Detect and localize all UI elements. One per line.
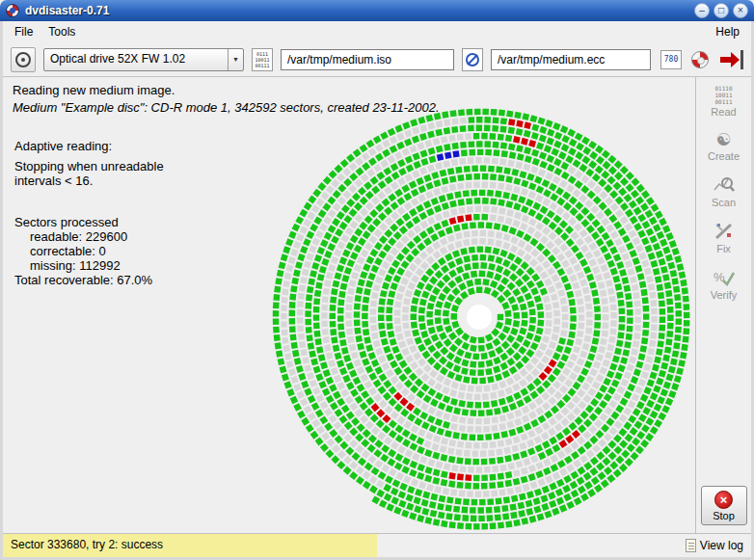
sectors-correctable: correctable: 0: [14, 244, 164, 258]
create-button-label: Create: [708, 150, 740, 162]
status-message: Sector 333680, try 2: success: [3, 534, 377, 557]
quit-door: [741, 50, 743, 69]
read-binary-icon: 01110 10011 00111: [714, 85, 732, 105]
preferences-icon[interactable]: 780: [660, 50, 682, 69]
stop-button-label: Stop: [713, 510, 735, 521]
close-button[interactable]: ×: [733, 3, 748, 18]
iso-path-input[interactable]: [281, 49, 454, 70]
minimize-button[interactable]: –: [694, 3, 710, 18]
sector-spiral-canvas: [262, 100, 695, 533]
window-frame: File Tools Help Optical drive 52X FW 1.0…: [0, 21, 754, 560]
scan-button-label: Scan: [712, 197, 736, 208]
total-recoverable: Total recoverable: 67.0%: [14, 273, 164, 287]
fix-button[interactable]: Fix: [699, 221, 749, 254]
quit-arrow-shaft: [720, 57, 731, 63]
app-icon: [6, 4, 19, 17]
reading-mode-title: Adaptive reading:: [14, 139, 164, 153]
menu-file[interactable]: File: [7, 22, 40, 41]
ecc-file-glyph: [465, 52, 480, 67]
sectors-missing: missing: 112992: [14, 258, 164, 273]
read-icon-line: 01110: [714, 85, 732, 92]
create-yinyang-icon: ☯: [715, 130, 731, 149]
menu-tools[interactable]: Tools: [40, 22, 83, 41]
status-line-1: Reading new medium image.: [13, 83, 686, 97]
scan-button[interactable]: Scan: [699, 174, 749, 208]
ecc-file-icon: [462, 48, 483, 71]
fix-tools-icon: [713, 221, 736, 242]
create-button[interactable]: ☯ Create: [699, 130, 749, 162]
image-file-icon-line: 10011: [255, 57, 269, 63]
read-button[interactable]: 01110 10011 00111 Read: [699, 85, 749, 118]
toolbar: Optical drive 52X FW 1.02 ▼ 0111 10011 0…: [3, 42, 751, 77]
drive-icon: [15, 52, 31, 67]
view-log-label: View log: [700, 539, 743, 552]
action-sidebar: 01110 10011 00111 Read ☯ Create: [695, 77, 751, 533]
content-area: Reading new medium image. Medium "Exampl…: [3, 77, 695, 533]
image-file-icon-line: 00111: [255, 63, 269, 68]
fix-button-label: Fix: [716, 243, 731, 254]
log-icon: [686, 539, 696, 552]
scan-magnifier-icon: [713, 174, 736, 196]
stop-button[interactable]: × Stop: [701, 486, 747, 525]
window-titlebar[interactable]: dvdisaster-0.71 – □ ×: [0, 0, 754, 21]
main-area: Reading new medium image. Medium "Exampl…: [3, 77, 751, 533]
toolbar-right-icons: 780: [660, 49, 743, 70]
chevron-down-icon: ▼: [228, 49, 243, 70]
image-file-icon-line: 0111: [255, 51, 269, 57]
reading-info-panel: Adaptive reading: Stopping when unreadab…: [14, 139, 164, 287]
stopping-condition-1: Stopping when unreadable: [14, 159, 164, 173]
sectors-processed-title: Sectors processed: [14, 215, 164, 229]
drive-eject-button[interactable]: [11, 47, 36, 72]
verify-check-icon: %: [713, 267, 736, 288]
menubar: File Tools Help: [3, 21, 751, 42]
menu-help[interactable]: Help: [708, 22, 747, 41]
ecc-path-input[interactable]: [491, 49, 651, 70]
stop-x-icon: ×: [714, 491, 733, 509]
help-lifebelt-icon[interactable]: [691, 51, 709, 68]
view-log-button[interactable]: View log: [678, 534, 751, 557]
quit-icon[interactable]: [718, 49, 743, 70]
drive-select-value: Optical drive 52X FW 1.02: [44, 49, 228, 70]
read-icon-line: 10011: [714, 92, 732, 98]
read-icon-line: 00111: [714, 98, 732, 105]
sectors-readable: readable: 229600: [14, 229, 164, 244]
window-title: dvdisaster-0.71: [25, 4, 109, 17]
verify-button-label: Verify: [711, 289, 738, 301]
verify-button[interactable]: % Verify: [699, 267, 749, 301]
app-window: dvdisaster-0.71 – □ × File Tools Help Op…: [0, 0, 754, 560]
image-file-icon: 0111 10011 00111: [252, 48, 273, 71]
read-button-label: Read: [711, 106, 736, 118]
statusbar: Sector 333680, try 2: success View log: [3, 533, 751, 557]
drive-select[interactable]: Optical drive 52X FW 1.02 ▼: [43, 48, 244, 71]
quit-arrow-head: [731, 52, 740, 67]
window-controls: – □ ×: [694, 3, 748, 18]
maximize-button[interactable]: □: [714, 3, 729, 18]
stopping-condition-2: intervals < 16.: [14, 173, 164, 188]
